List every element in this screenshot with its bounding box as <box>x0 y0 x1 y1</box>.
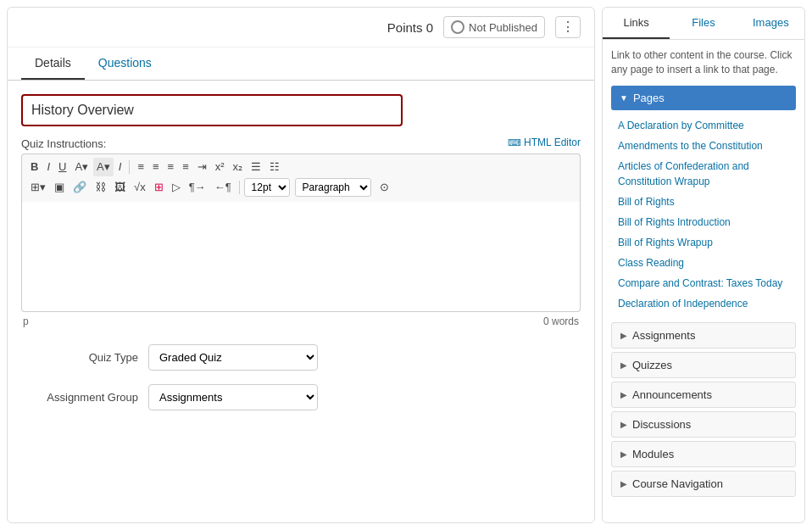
toolbar-row-2: ⊞▾ ▣ 🔗 ⛓ 🖼 √x ⊞ ▷ ¶→ ←¶ 12pt Paragraph <box>27 178 575 197</box>
page-link-item[interactable]: Bill of Rights Wrapup <box>615 232 793 253</box>
tab-images[interactable]: Images <box>737 8 804 39</box>
right-tabs: Links Files Images <box>603 8 804 40</box>
page-link-item[interactable]: Declaration of Independence <box>615 293 793 314</box>
tab-details[interactable]: Details <box>21 47 85 80</box>
right-panel-body: Link to other content in the course. Cli… <box>603 40 804 522</box>
page-link-item[interactable]: Bill of Rights Introduction <box>615 212 793 232</box>
align-right-button[interactable]: ≡ <box>164 158 178 176</box>
page-link-item[interactable]: Bill of Rights <box>615 192 793 212</box>
section-label: Announcements <box>632 388 712 401</box>
sep-2 <box>239 181 240 194</box>
link-button[interactable]: 🔗 <box>70 178 90 197</box>
assignment-group-select[interactable]: Assignments <box>148 384 318 410</box>
rtl-button[interactable]: ←¶ <box>211 178 235 197</box>
tab-questions[interactable]: Questions <box>85 47 165 80</box>
page-link-item[interactable]: Class Reading <box>615 253 793 273</box>
collapsible-header[interactable]: ▶ Assignments <box>611 322 796 349</box>
section-label: Assignments <box>632 329 695 342</box>
collapse-arrow-icon: ▶ <box>620 449 627 459</box>
quiz-type-row: Quiz Type Graded Quiz <box>21 344 581 371</box>
align-center-button[interactable]: ≡ <box>149 158 163 176</box>
section-label: Quizzes <box>632 359 672 371</box>
subscript-button[interactable]: x₂ <box>230 158 247 176</box>
underline-button[interactable]: U <box>55 158 70 176</box>
collapsible-header[interactable]: ▶ Announcements <box>611 382 796 408</box>
assignment-group-row: Assignment Group Assignments <box>21 384 581 410</box>
right-panel-hint: Link to other content in the course. Cli… <box>611 48 796 77</box>
main-tabs: Details Questions <box>8 47 594 81</box>
section-label: Course Navigation <box>632 477 723 490</box>
align-left-button[interactable]: ≡ <box>134 158 147 176</box>
page-link-item[interactable]: Amendments to the Constitution <box>615 136 793 156</box>
title-input-wrapper <box>21 94 581 126</box>
bold-button[interactable]: B <box>27 158 42 176</box>
points-label: Points 0 <box>387 20 433 35</box>
pages-arrow-icon: ▼ <box>620 93 628 103</box>
quiz-instructions-label: Quiz Instructions: <box>21 137 106 150</box>
table-button[interactable]: ⊞▾ <box>27 178 49 197</box>
collapse-arrow-icon: ▶ <box>620 331 627 340</box>
accessibility-button[interactable]: ⊙ <box>376 178 392 197</box>
numbered-button[interactable]: ☷ <box>266 158 283 176</box>
form-fields: Quiz Type Graded Quiz Assignment Group A… <box>21 344 581 410</box>
superscript-button[interactable]: x² <box>212 158 228 176</box>
collapse-arrow-icon: ▶ <box>620 360 627 370</box>
quiz-type-label: Quiz Type <box>21 351 148 364</box>
top-bar: Points 0 Not Published ⋮ <box>8 8 594 47</box>
not-published-text: Not Published <box>469 21 537 34</box>
quiz-title-input[interactable] <box>21 94 403 126</box>
collapse-arrow-icon: ▶ <box>620 479 627 488</box>
pages-section: ▼ Pages A Declaration by CommitteeAmendm… <box>611 86 796 315</box>
unlink-button[interactable]: ⛓ <box>92 178 109 197</box>
page-link-item[interactable]: A Declaration by Committee <box>615 115 793 136</box>
italic2-button[interactable]: I <box>115 158 125 176</box>
assignment-group-label: Assignment Group <box>21 391 148 404</box>
editor-content-area[interactable] <box>21 202 581 312</box>
collapsible-header[interactable]: ▶ Quizzes <box>611 352 796 378</box>
bullets-button[interactable]: ☰ <box>247 158 264 176</box>
page-link-item[interactable]: Articles of Confederation and Constituti… <box>615 156 793 192</box>
highlight-button[interactable]: A▾ <box>93 158 114 176</box>
collapsible-sections: ▶ Assignments ▶ Quizzes ▶ Announcements … <box>611 322 796 497</box>
collapsible-section: ▶ Announcements <box>611 382 796 408</box>
collapsible-header[interactable]: ▶ Discussions <box>611 411 796 438</box>
italic-button[interactable]: I <box>43 158 53 176</box>
collapsible-header[interactable]: ▶ Course Navigation <box>611 471 796 497</box>
formula-button[interactable]: √x <box>131 178 149 197</box>
media-button[interactable]: ▣ <box>51 178 68 197</box>
html-editor-icon: ⌨ <box>508 137 521 148</box>
form-body: Quiz Instructions: ⌨ HTML Editor B I U A… <box>8 81 594 522</box>
collapsible-section: ▶ Discussions <box>611 411 796 438</box>
instructions-header-row: Quiz Instructions: ⌨ HTML Editor <box>21 137 581 150</box>
text-color-button[interactable]: A▾ <box>71 158 92 176</box>
kebab-menu-button[interactable]: ⋮ <box>555 16 581 38</box>
collapsible-section: ▶ Assignments <box>611 322 796 349</box>
image-button[interactable]: 🖼 <box>111 178 129 197</box>
align-justify-button[interactable]: ≡ <box>179 158 192 176</box>
collapse-arrow-icon: ▶ <box>620 420 627 429</box>
ltr-button[interactable]: ¶→ <box>186 178 209 197</box>
sep-1 <box>129 160 130 174</box>
paragraph-select[interactable]: Paragraph <box>295 178 371 197</box>
video-button[interactable]: ▷ <box>169 178 184 197</box>
indent-button[interactable]: ⇥ <box>194 158 210 176</box>
collapsible-section: ▶ Course Navigation <box>611 471 796 497</box>
quiz-type-select[interactable]: Graded Quiz <box>148 344 318 371</box>
tab-links[interactable]: Links <box>603 8 670 39</box>
editor-footer: p 0 words <box>21 312 581 331</box>
word-count: 0 words <box>543 315 579 327</box>
tab-files[interactable]: Files <box>670 8 737 39</box>
font-size-select[interactable]: 12pt <box>244 178 290 197</box>
editor-tag: p <box>23 315 29 327</box>
not-published-badge: Not Published <box>443 16 545 38</box>
toolbar-row-1: B I U A▾ A▾ I ≡ ≡ ≡ ≡ ⇥ x² x₂ ☰ ☷ <box>27 158 575 176</box>
section-label: Discussions <box>632 418 691 431</box>
page-link-item[interactable]: Compare and Contrast: Taxes Today <box>615 273 793 293</box>
html-editor-link[interactable]: ⌨ HTML Editor <box>508 137 581 148</box>
office-button[interactable]: ⊞ <box>151 178 167 197</box>
pages-header[interactable]: ▼ Pages <box>611 86 796 110</box>
collapsible-section: ▶ Quizzes <box>611 352 796 378</box>
not-published-icon <box>451 20 464 34</box>
editor-toolbar: B I U A▾ A▾ I ≡ ≡ ≡ ≡ ⇥ x² x₂ ☰ ☷ <box>21 153 581 202</box>
collapsible-header[interactable]: ▶ Modules <box>611 441 796 467</box>
